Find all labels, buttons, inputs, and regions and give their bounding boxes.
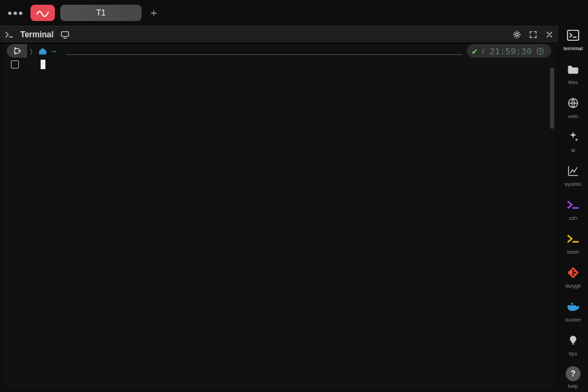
ubuntu-icon [12, 46, 22, 56]
prompt-icon [4, 30, 14, 39]
pane-header: Terminal [0, 26, 558, 43]
svg-rect-0 [62, 32, 69, 37]
svg-point-3 [19, 50, 20, 52]
brace-open: ❨ [482, 46, 487, 56]
launcher-rail: terminal files web ai sysinfo [558, 26, 588, 392]
rail-label: help [568, 383, 578, 389]
rail-label: zsh [569, 215, 577, 221]
git-icon [565, 264, 581, 281]
terminal-icon [565, 27, 581, 43]
rail-label: tips [569, 351, 577, 357]
folder-icon [565, 61, 581, 77]
rail-label: ai [571, 147, 575, 153]
tab-strip: T1 ＋ [0, 0, 588, 26]
svg-point-2 [14, 48, 19, 53]
rail-files[interactable]: files [560, 61, 587, 85]
prompt-row: ❭ ~ ✔ ❨ 21:59:30 [3, 43, 555, 58]
path-segment: ~ [35, 44, 62, 58]
prompt-divider [66, 54, 463, 55]
app-menu-button[interactable] [5, 9, 25, 18]
prompt-status-segment: ✔ ❨ 21:59:30 [467, 44, 551, 58]
svg-point-5 [14, 53, 16, 54]
prompt-time: 21:59:30 [489, 46, 532, 56]
docker-icon [565, 298, 581, 315]
rail-bash[interactable]: bash [560, 231, 587, 255]
rail-help[interactable]: ? help [560, 366, 587, 389]
svg-rect-15 [571, 303, 573, 305]
wave-icon [36, 9, 49, 17]
maximize-icon[interactable] [528, 30, 538, 39]
rail-tips[interactable]: tips [560, 332, 587, 357]
help-icon: ? [566, 366, 581, 381]
svg-point-1 [516, 33, 518, 36]
rail-zsh[interactable]: zsh [560, 197, 587, 221]
rail-lazygit[interactable]: lazygit [560, 264, 587, 289]
input-row[interactable] [3, 58, 555, 71]
pane-title: Terminal [20, 30, 54, 39]
globe-icon [565, 95, 581, 111]
rail-label: web [568, 113, 579, 119]
rail-label: sysinfo [565, 181, 582, 187]
os-segment [7, 44, 27, 58]
chart-icon [565, 163, 581, 179]
prompt-marker-icon [11, 60, 19, 68]
tab-label: T1 [96, 8, 106, 18]
home-icon [38, 46, 47, 56]
new-tab-button[interactable]: ＋ [147, 6, 161, 20]
scrollbar-thumb[interactable] [550, 68, 554, 129]
rail-label: bash [567, 249, 579, 255]
zsh-icon [565, 197, 581, 213]
sparkle-icon [565, 129, 581, 145]
rail-label: lazygit [566, 283, 581, 289]
bulb-icon [565, 332, 581, 349]
rail-terminal[interactable]: terminal [560, 27, 587, 52]
tab-t1[interactable]: T1 [60, 5, 142, 21]
rail-label: terminal [564, 45, 583, 52]
settings-icon[interactable] [512, 30, 522, 39]
svg-rect-16 [572, 344, 574, 345]
close-icon[interactable] [545, 30, 554, 39]
rail-label: docker [565, 317, 581, 323]
rail-label: files [568, 79, 578, 85]
tab-workspace-home[interactable] [30, 5, 55, 21]
check-icon: ✔ [472, 46, 478, 56]
svg-point-4 [14, 47, 16, 49]
rail-docker[interactable]: docker [560, 298, 587, 323]
svg-rect-7 [568, 31, 579, 41]
rail-ai[interactable]: ai [560, 129, 587, 153]
clock-icon [536, 47, 545, 56]
bash-icon [565, 231, 581, 247]
rail-sysinfo[interactable]: sysinfo [560, 163, 587, 187]
rail-web[interactable]: web [560, 95, 587, 119]
monitor-icon[interactable] [60, 30, 70, 39]
terminal-pane[interactable]: ❭ ~ ✔ ❨ 21:59:30 [3, 43, 555, 389]
segment-separator: ❭ [27, 44, 35, 58]
text-cursor [41, 60, 45, 69]
cwd-text: ~ [51, 46, 57, 56]
